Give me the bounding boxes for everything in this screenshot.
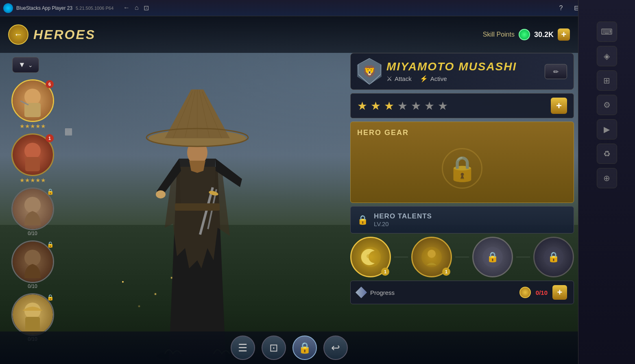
stars-display: ★ ★ ★ ★ ★ ★ ★ [357, 99, 448, 113]
title-bar: BlueStacks App Player 23 5.21.505.1006 P… [0, 0, 635, 16]
hero-lock-icon-4: 🔒 [47, 241, 54, 248]
talents-level: LV.20 [374, 220, 432, 227]
talents-text-area: HERO TALENTS LV.20 [374, 212, 432, 227]
add-star-button[interactable]: + [551, 98, 567, 114]
hero-item-3[interactable]: 🔒 0/10 [8, 187, 57, 236]
share-button[interactable]: ↩ [323, 336, 348, 360]
hero-type-label: Attack [395, 75, 412, 82]
bottom-navigation: ☰ ⊡ 🔒 ↩ [0, 331, 578, 364]
back-button[interactable]: ← [8, 24, 28, 45]
instance-icon: ⊞ [603, 76, 610, 85]
keyboard-icon: ⌨ [601, 27, 613, 37]
progress-row: Progress 0/10 + [350, 281, 574, 304]
hero-mode-label: Active [430, 75, 447, 82]
share-icon: ↩ [331, 342, 340, 354]
svg-point-6 [24, 250, 41, 266]
skill-points-gem-icon [519, 29, 530, 40]
filter-chevron-icon: ⌄ [28, 62, 33, 68]
skill-points-label: Skill Points [483, 31, 515, 38]
nav-tab[interactable]: ⊡ [144, 4, 149, 12]
instance-tool[interactable]: ⊞ [597, 70, 617, 91]
hero-item-1[interactable]: 6 ★★★★★ [8, 79, 57, 129]
hero-type-attack: ⚔ Attack [386, 75, 412, 83]
star-5: ★ [411, 99, 421, 113]
edit-icon: ✏ [553, 68, 559, 75]
skill-4-svg: 🔒 [541, 245, 566, 269]
svg-point-3 [24, 143, 41, 159]
hero-talents-section[interactable]: 🔒 HERO TALENTS LV.20 [350, 206, 574, 233]
svg-text:🔒: 🔒 [548, 251, 560, 263]
title-bar-nav: ← ⌂ ⊡ [117, 4, 149, 12]
active-icon: ⚡ [420, 75, 428, 83]
settings-tool[interactable]: ⚙ [597, 95, 617, 115]
hero-item-4[interactable]: 🔒 0/10 [8, 240, 57, 289]
skill-points-area: Skill Points 30.2K + [483, 28, 570, 41]
talents-lock-icon: 🔒 [357, 215, 368, 225]
grid-view-button[interactable]: ▦ [64, 126, 73, 137]
skill-item-1[interactable]: 1 [350, 237, 391, 277]
filter-button[interactable]: ▼ ⌄ [12, 57, 39, 73]
musashi-svg [132, 85, 262, 362]
add-icon: ⊕ [603, 173, 610, 183]
svg-rect-8 [25, 317, 40, 331]
list-view-button[interactable]: ☰ [231, 336, 255, 360]
eco-tool[interactable]: ♻ [597, 144, 617, 164]
progress-count: 0/10 [536, 289, 548, 296]
hero-mode-active: ⚡ Active [420, 75, 447, 83]
lock-button[interactable]: 🔒 [292, 336, 317, 360]
grid-icon: ⊡ [269, 342, 278, 354]
hero-gear-section: HERO GEAR 🔒 [350, 122, 574, 203]
hero-name-info: MIYAMOTO MUSASHI ⚔ Attack ⚡ Active [386, 60, 517, 83]
skill-points-add-button[interactable]: + [558, 28, 570, 41]
skill-1-svg [358, 245, 383, 269]
edit-button[interactable]: ✏ [545, 64, 567, 79]
skill-circle-3: 🔒 [472, 237, 513, 277]
skill-2-level: 1 [442, 268, 450, 276]
progress-add-button[interactable]: + [552, 285, 567, 300]
svg-point-0 [24, 89, 41, 105]
gear-lock-circle: 🔒 [442, 148, 482, 189]
skill-2-svg [419, 245, 444, 269]
filter-icon: ▼ [18, 61, 26, 69]
progress-diamond-icon [356, 287, 367, 298]
hero-sidebar: 6 ★★★★★ 1 ★★★★★ [8, 79, 67, 342]
play-tool[interactable]: ▶ [597, 119, 617, 139]
grid-view-button-bottom[interactable]: ⊡ [262, 336, 286, 360]
app-version: 5.21.505.1006 P64 [76, 6, 113, 11]
skill-sep-1 [394, 257, 408, 257]
svg-text:🔒: 🔒 [487, 251, 499, 263]
hero-lock-icon-3: 🔒 [47, 188, 54, 195]
hero-name: MIYAMOTO MUSASHI [386, 60, 517, 73]
hero-stars-2: ★★★★★ [8, 177, 57, 183]
svg-rect-4 [25, 157, 40, 171]
help-btn[interactable]: ? [556, 4, 565, 13]
right-sidebar: ⌨ ◈ ⊞ ⚙ ▶ ♻ ⊕ [578, 0, 635, 364]
svg-point-26 [367, 254, 371, 258]
skill-sep-3 [516, 257, 530, 257]
svg-point-5 [24, 197, 41, 213]
star-1: ★ [357, 99, 367, 113]
star-3: ★ [384, 99, 394, 113]
skill-item-4[interactable]: 🔒 [533, 237, 574, 277]
skills-row: 1 1 🔒 [350, 237, 574, 277]
macro-tool[interactable]: ◈ [597, 46, 617, 66]
title-bar-left: BlueStacks App Player 23 5.21.505.1006 P… [3, 3, 149, 13]
top-bar: ← HEROES Skill Points 30.2K + [0, 16, 578, 53]
skill-points-value: 30.2K [534, 31, 554, 39]
hero-item-2[interactable]: 1 ★★★★★ [8, 133, 57, 183]
skill-item-2[interactable]: 1 [411, 237, 452, 277]
skill-circle-4: 🔒 [533, 237, 574, 277]
skill-item-3[interactable]: 🔒 [472, 237, 513, 277]
game-area: ← HEROES Skill Points 30.2K + ▼ ⌄ [0, 16, 578, 364]
keyboard-tool[interactable]: ⌨ [597, 22, 617, 42]
eco-icon: ♻ [603, 149, 611, 159]
nav-back[interactable]: ← [123, 4, 130, 12]
hero-level-badge-1: 6 [46, 80, 54, 88]
gear-lock-area: 🔒 [357, 142, 567, 195]
hero-gear-title: HERO GEAR [357, 129, 567, 137]
svg-point-28 [428, 250, 436, 258]
nav-home[interactable]: ⌂ [135, 4, 139, 12]
page-title: HEROES [33, 27, 96, 42]
skill-sep-2 [455, 257, 469, 257]
add-tool[interactable]: ⊕ [597, 168, 617, 188]
